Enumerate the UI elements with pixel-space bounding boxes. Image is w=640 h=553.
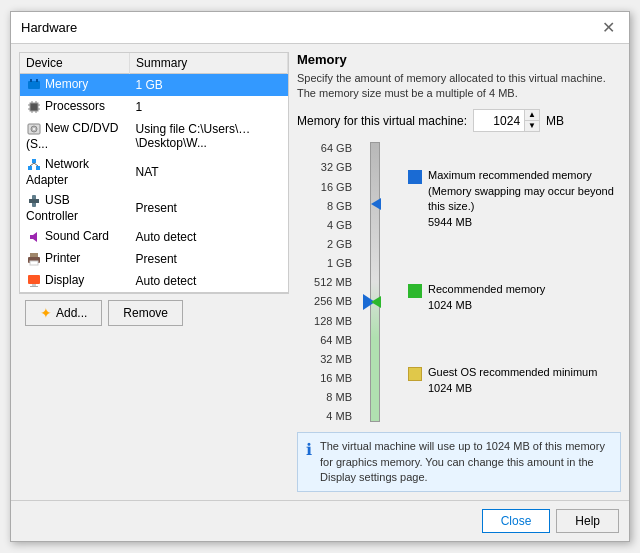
scale-label: 4 MB — [326, 410, 352, 422]
sound-icon — [26, 229, 42, 245]
remove-button-label: Remove — [123, 306, 168, 320]
svg-rect-3 — [30, 103, 38, 111]
legend-guest-value: 1024 MB — [428, 382, 472, 394]
legend-rec-value: 1024 MB — [428, 299, 472, 311]
display-icon — [26, 273, 42, 289]
legend-guest-title: Guest OS recommended minimum — [428, 366, 597, 378]
device-summary-cell: 1 GB — [130, 73, 288, 96]
scale-label: 64 MB — [320, 334, 352, 346]
scale-label: 64 GB — [321, 142, 352, 154]
svg-rect-16 — [32, 159, 36, 163]
scale-label: 32 MB — [320, 353, 352, 365]
scale-label: 512 MB — [314, 276, 352, 288]
scale-label: 2 GB — [327, 238, 352, 250]
add-button-label: Add... — [56, 306, 87, 320]
svg-rect-17 — [36, 166, 40, 170]
slider-track[interactable] — [370, 142, 380, 422]
device-summary-cell: Present — [130, 248, 288, 270]
title-bar: Hardware ✕ — [11, 12, 629, 44]
col-summary: Summary — [130, 53, 288, 74]
legend-box-max — [408, 170, 422, 184]
svg-rect-25 — [30, 261, 38, 265]
footer-help-button[interactable]: Help — [556, 509, 619, 533]
memory-value-input[interactable] — [474, 112, 524, 130]
add-star-icon: ✦ — [40, 305, 52, 321]
cpu-icon — [26, 99, 42, 115]
add-button[interactable]: ✦ Add... — [25, 300, 102, 326]
device-name-cell[interactable]: Processors — [20, 96, 130, 118]
memory-slider-area: 64 GB32 GB16 GB8 GB4 GB2 GB1 GB512 MB256… — [297, 142, 621, 422]
right-panel: Memory Specify the amount of memory allo… — [297, 52, 621, 493]
device-name-cell[interactable]: Network Adapter — [20, 154, 130, 190]
memory-icon — [26, 77, 42, 93]
svg-rect-28 — [30, 286, 38, 287]
device-summary-cell: 1 — [130, 96, 288, 118]
col-device: Device — [20, 53, 130, 74]
usb-icon — [26, 193, 42, 209]
scale-label: 8 GB — [327, 200, 352, 212]
legend-max-value: 5944 MB — [428, 216, 472, 228]
svg-rect-24 — [30, 253, 38, 257]
device-summary-cell: Auto detect — [130, 270, 288, 292]
spinner-up[interactable]: ▲ — [525, 110, 539, 121]
svg-rect-15 — [28, 166, 32, 170]
dialog-title: Hardware — [21, 20, 77, 35]
svg-rect-1 — [30, 79, 32, 82]
device-name-cell[interactable]: New CD/DVD (S... — [20, 118, 130, 154]
device-summary-cell: Using file C:\Users\…\Desktop\W... — [130, 118, 288, 154]
svg-point-14 — [33, 128, 35, 130]
device-name-cell[interactable]: Sound Card — [20, 226, 130, 248]
scale-label: 32 GB — [321, 161, 352, 173]
svg-rect-27 — [32, 284, 36, 286]
legend-text-guest: Guest OS recommended minimum 1024 MB — [428, 365, 597, 396]
device-name-cell[interactable]: Printer — [20, 248, 130, 270]
legend-text-max: Maximum recommended memory (Memory swapp… — [428, 168, 621, 230]
hardware-dialog: Hardware ✕ Device Summary Memory1 GBProc… — [10, 11, 630, 543]
svg-rect-26 — [28, 275, 40, 284]
left-panel-footer: ✦ Add... Remove — [19, 293, 289, 332]
device-summary-cell: Auto detect — [130, 226, 288, 248]
scale-label: 1 GB — [327, 257, 352, 269]
slider-scale-labels: 64 GB32 GB16 GB8 GB4 GB2 GB1 GB512 MB256… — [297, 142, 352, 422]
legend-rec-title: Recommended memory — [428, 283, 545, 295]
svg-line-18 — [30, 163, 34, 166]
spinner-down[interactable]: ▼ — [525, 121, 539, 131]
legend-max-detail: (Memory swapping may occur beyond this s… — [428, 185, 614, 212]
remove-button[interactable]: Remove — [108, 300, 183, 326]
info-text: The virtual machine will use up to 1024 … — [320, 439, 612, 485]
scale-label: 16 MB — [320, 372, 352, 384]
info-icon: ℹ — [306, 439, 312, 485]
scale-label: 8 MB — [326, 391, 352, 403]
left-panel-container: Device Summary Memory1 GBProcessors1New … — [19, 52, 289, 493]
dialog-footer: Close Help — [11, 500, 629, 541]
memory-unit-label: MB — [546, 114, 564, 128]
svg-marker-22 — [30, 232, 37, 242]
footer-close-button[interactable]: Close — [482, 509, 551, 533]
device-name-cell[interactable]: Memory — [20, 73, 130, 96]
slider-track-area[interactable] — [360, 142, 390, 422]
memory-description: Specify the amount of memory allocated t… — [297, 71, 621, 102]
device-list-panel: Device Summary Memory1 GBProcessors1New … — [19, 52, 289, 293]
device-name-cell[interactable]: USB Controller — [20, 190, 130, 226]
device-summary-cell: Present — [130, 190, 288, 226]
legend-box-guest — [408, 367, 422, 381]
svg-rect-0 — [28, 81, 40, 89]
dvd-icon — [26, 121, 42, 137]
device-name-cell[interactable]: Display — [20, 270, 130, 292]
legend-recommended: Recommended memory 1024 MB — [408, 282, 621, 313]
legend-area: Maximum recommended memory (Memory swapp… — [398, 142, 621, 422]
dialog-body: Device Summary Memory1 GBProcessors1New … — [11, 44, 629, 501]
printer-icon — [26, 251, 42, 267]
close-button[interactable]: ✕ — [598, 18, 619, 37]
svg-line-19 — [34, 163, 38, 166]
memory-input-label: Memory for this virtual machine: — [297, 114, 467, 128]
legend-max-title: Maximum recommended memory — [428, 169, 592, 181]
max-recommended-arrow — [371, 198, 381, 210]
device-summary-cell: NAT — [130, 154, 288, 190]
legend-guest-min: Guest OS recommended minimum 1024 MB — [408, 365, 621, 396]
svg-rect-2 — [36, 79, 38, 82]
legend-text-rec: Recommended memory 1024 MB — [428, 282, 545, 313]
legend-box-rec — [408, 284, 422, 298]
memory-spinner: ▲ ▼ — [524, 110, 539, 131]
scale-label: 16 GB — [321, 181, 352, 193]
